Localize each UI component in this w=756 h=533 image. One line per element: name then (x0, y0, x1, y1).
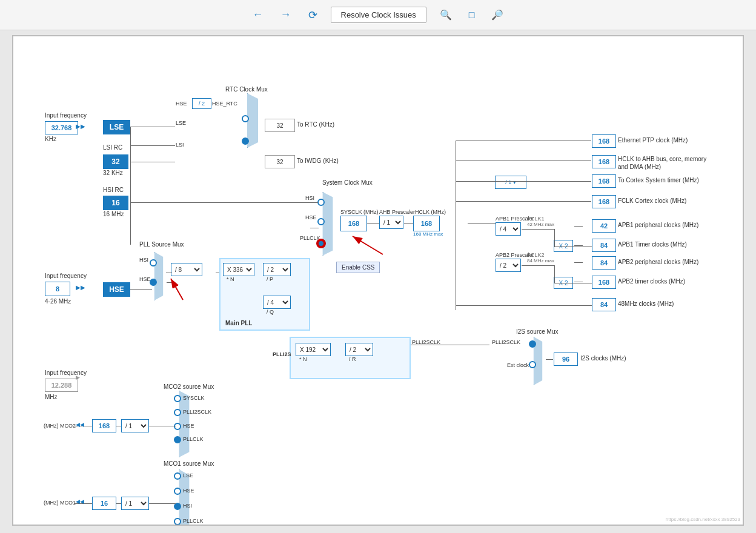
to-rtc-label: To RTC (KHz) (297, 121, 334, 128)
input-freq-label-2: Input frequency (45, 273, 87, 279)
rtc-lsi-label: LSI (176, 142, 184, 148)
rtc-mux-radio-lse[interactable] (242, 115, 249, 122)
mco2-out-label: (MHz) MCO2 (44, 423, 76, 429)
mco1-val: 16 (92, 497, 116, 510)
ext-arrow: ▶ (76, 374, 80, 380)
cortex-val: 168 (592, 174, 616, 188)
zoom-in-button[interactable]: 🔍 (436, 8, 456, 22)
apb1-x2: X 2 (554, 240, 573, 252)
cortex-div1: / 1 ▾ (495, 176, 526, 189)
input-freq-label-3: Input frequency (45, 369, 87, 376)
hse-block: HSE (103, 282, 130, 297)
fclk-val: 168 (592, 195, 616, 208)
apb2-timer-label: APB2 timer clocks (MHz) (618, 278, 685, 285)
lse-arrow: ▶▶ (76, 123, 85, 130)
mco2-pllclk: PLLCLK (183, 436, 204, 442)
i2s-mux-radio-plli2s[interactable] (529, 340, 536, 348)
hsi-block: 16 (103, 196, 128, 210)
mco2-sysclk: SYSCLK (183, 395, 205, 401)
hse-arrow: ▶▶ (76, 284, 85, 291)
lse-value: 32.768 (45, 121, 78, 134)
fit-button[interactable]: □ (465, 8, 479, 22)
apb2-out-val: 84 (592, 256, 616, 270)
plli2s-n-select[interactable]: X 192 (296, 343, 331, 356)
48mhz-val: 84 (592, 298, 616, 311)
hse-rtc-label: HSE_RTC (212, 101, 237, 107)
apb2-out-label: APB2 peripheral clocks (MHz) (618, 259, 698, 265)
hse-div2: / 2 (192, 98, 211, 109)
mco2-plli2s: PLLI2SCLK (183, 409, 211, 415)
mco2-div-select[interactable]: / 1 / 2 (121, 419, 149, 432)
sys-mux-radio-pll[interactable] (317, 240, 325, 247)
ext-unit: MHz (45, 394, 58, 400)
sysclk-label: SYSCLK (MHz) (340, 209, 379, 215)
pclk2-label: PCLK2 (527, 252, 545, 258)
pclk2-max: 84 MHz max (527, 258, 554, 263)
pll-n-select[interactable]: X 336 X 192 (223, 263, 254, 276)
pclk1-max: 42 MHz max (527, 222, 554, 227)
mco1-radio-lse[interactable] (174, 472, 181, 480)
apb1-timer-val: 84 (592, 239, 616, 252)
rtc-lse-label: LSE (176, 120, 186, 126)
lsi-unit: 32 KHz (103, 170, 123, 176)
mco1-radio-hse[interactable] (174, 488, 181, 495)
mco2-radio-pllclk[interactable] (174, 436, 181, 443)
mco2-radio-hse[interactable] (174, 423, 181, 430)
refresh-button[interactable]: ⟳ (305, 7, 321, 23)
i2s-mux-radio-ext[interactable] (529, 361, 536, 368)
main-pll-label: Main PLL (225, 320, 252, 326)
i2s-label: I2S clocks (MHz) (580, 355, 626, 362)
ext-clock-label: Ext clock (507, 362, 529, 368)
mco1-pllclk: PLLCLK (183, 518, 204, 524)
pll-q-select[interactable]: / 4 / 8 (263, 296, 291, 309)
i2s-mux-label: I2S source Mux (516, 328, 558, 335)
pll-src-radio-hsi[interactable] (150, 259, 157, 266)
resolve-clock-button[interactable]: Resolve Clock Issues (331, 7, 426, 23)
ahb-pre-label: AHB Prescaler (379, 209, 415, 215)
pll-hse-label: HSE (139, 276, 151, 282)
mco2-radio-sysclk[interactable] (174, 395, 181, 402)
rtc-mux-radio-lsi[interactable] (242, 137, 249, 145)
hclk-val: 168 (413, 216, 440, 231)
hse-range: 4-26 MHz (45, 298, 71, 305)
zoom-out-button[interactable]: 🔎 (488, 8, 507, 22)
hclk-label: HCLK (MHz) (415, 209, 446, 215)
lse-block: LSE (103, 120, 130, 134)
mco1-lse: LSE (183, 472, 193, 478)
undo-button[interactable]: ← (249, 7, 267, 22)
plli2s-box: X 192 * N / 2 / R PLLI2S (290, 337, 411, 379)
sys-mux-radio-hse[interactable] (317, 218, 325, 225)
apb2-timer-val: 168 (592, 276, 616, 289)
mco2-radio-plli2s[interactable] (174, 409, 181, 416)
48mhz-label: 48MHz clocks (MHz) (618, 300, 674, 307)
pll-src-label: PLL Source Mux (139, 241, 184, 248)
sys-mux-radio-hsi[interactable] (317, 199, 325, 206)
redo-button[interactable]: → (277, 7, 295, 22)
mco2-val: 168 (92, 419, 116, 432)
watermark: https://blog.csdn.net/xxxx 3892523 (666, 517, 740, 522)
pll-src-radio-hse[interactable] (150, 279, 157, 286)
pll-p-select[interactable]: / 2 / 4 (263, 263, 291, 276)
red-arrow-2 (340, 224, 389, 260)
apb1-div-select[interactable]: / 4 / 2 / 1 (496, 222, 521, 236)
fclk-label: FCLK Cortex clock (MHz) (618, 197, 686, 204)
i2s-val: 96 (554, 353, 578, 366)
hclk-ahb-val: 168 (592, 155, 616, 168)
apb2-div-select[interactable]: / 2 / 1 / 4 (496, 259, 521, 272)
input-freq-label-1: Input frequency (45, 112, 87, 119)
mco1-div-select[interactable]: / 1 / 2 (121, 497, 149, 510)
sys-mux-label: System Clock Mux (322, 179, 373, 186)
clock-diagram-canvas: Input frequency 32.768 KHz LSE LSI RC 32… (12, 35, 744, 526)
toolbar: ← → ⟳ Resolve Clock Issues 🔍 □ 🔎 (0, 0, 756, 30)
mco2-hse: HSE (183, 423, 194, 429)
mco1-radio-pllclk[interactable] (174, 518, 181, 525)
plli2sclk-label2: PLLI2SCLK (492, 339, 520, 345)
iwdg-val-box: 32 (265, 155, 295, 168)
pll-hsi-label: HSI (139, 257, 148, 263)
rtc-mux-label: RTC Clock Mux (225, 86, 268, 93)
eth-label: Ethernet PTP clock (MHz) (618, 137, 688, 144)
hse-input-value: 8 (45, 282, 70, 296)
cortex-label: To Cortex System timer (MHz) (618, 177, 699, 184)
enable-css-button[interactable]: Enable CSS (336, 262, 380, 273)
plli2s-r-select[interactable]: / 2 (345, 343, 373, 356)
